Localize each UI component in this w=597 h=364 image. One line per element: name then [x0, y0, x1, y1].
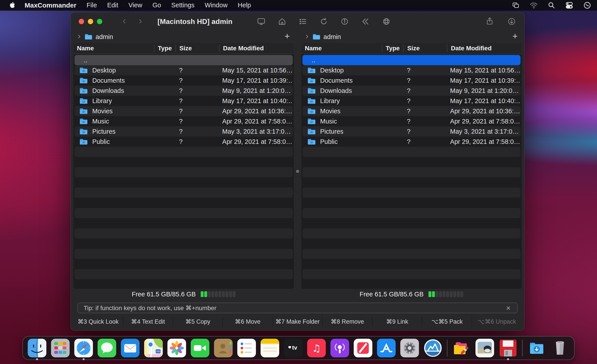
- back-button[interactable]: ‹: [123, 16, 126, 25]
- file-row-public[interactable]: Public?Apr 29, 2021 at 7:58:0…: [302, 137, 521, 147]
- apple-menu-icon[interactable]: [9, 2, 16, 9]
- file-row-desktop[interactable]: Desktop?May 15, 2021 at 10:56…: [302, 65, 521, 75]
- dock-notes-icon[interactable]: [260, 339, 279, 357]
- dock-launchpad-icon[interactable]: [51, 339, 70, 357]
- dock-news-icon[interactable]: [354, 339, 372, 357]
- menu-item-go[interactable]: Go: [147, 1, 166, 9]
- dock-trash-icon[interactable]: [551, 339, 569, 357]
- dock-downloads-folder-icon[interactable]: [527, 339, 546, 357]
- dock-tv-icon[interactable]: tv: [284, 339, 302, 357]
- function-key-4-text-edit[interactable]: ⌘4 Text Edit: [123, 317, 173, 326]
- title-bar[interactable]: ‹ › [Macintosh HD] admin: [71, 12, 524, 31]
- file-row-music[interactable]: Music?Apr 29, 2021 at 7:58:0…: [302, 116, 521, 126]
- column-header-row[interactable]: NameTypeSizeDate Modified: [73, 43, 294, 54]
- pane-splitter[interactable]: [294, 43, 301, 300]
- dock-messages-icon[interactable]: [98, 339, 116, 357]
- empty-row: [75, 198, 293, 208]
- add-tab-button-left[interactable]: +: [283, 32, 291, 42]
- function-key-5-copy[interactable]: ⌘5 Copy: [173, 317, 223, 326]
- file-row-parent-dir[interactable]: ..: [75, 55, 293, 65]
- chevrons-left-icon[interactable]: [361, 17, 370, 26]
- dock-reminders-icon[interactable]: [237, 339, 256, 357]
- control-center-icon[interactable]: [565, 1, 573, 9]
- menu-item-settings[interactable]: Settings: [166, 1, 200, 9]
- tab-chevron-icon[interactable]: ›: [78, 32, 80, 40]
- globe-icon[interactable]: [382, 17, 391, 26]
- dock-safari-icon[interactable]: [74, 339, 93, 357]
- dock-facetime-icon[interactable]: [191, 339, 209, 357]
- dock-finder-icon[interactable]: [28, 339, 46, 357]
- tab-right-admin[interactable]: admin: [323, 33, 341, 41]
- dock-maxcommander-icon[interactable]: [424, 339, 442, 357]
- function-key-7-make-folder[interactable]: ⌘7 Make Folder: [272, 317, 322, 326]
- close-window-button[interactable]: [79, 19, 84, 24]
- file-row-movies[interactable]: Movies?Apr 29, 2021 at 10:36:…: [75, 106, 293, 116]
- file-row-pictures[interactable]: Pictures?May 3, 2021 at 3:17:0…: [75, 126, 293, 137]
- menu-item-help[interactable]: Help: [233, 1, 256, 9]
- dock-floppy-disk-icon[interactable]: [499, 339, 517, 357]
- add-tab-button-right[interactable]: +: [511, 32, 519, 42]
- close-icon[interactable]: ×: [505, 304, 511, 312]
- function-key-6-move[interactable]: ⌘6 Move: [222, 317, 272, 326]
- refresh-icon[interactable]: [319, 17, 328, 26]
- splitter-handle[interactable]: [296, 170, 299, 173]
- column-header-name[interactable]: Name: [73, 45, 154, 52]
- empty-row: [302, 259, 521, 269]
- function-key-3-quick-look[interactable]: ⌘3 Quick Look: [73, 317, 123, 326]
- wifi-icon[interactable]: [530, 1, 538, 9]
- column-header-name[interactable]: Name: [301, 45, 382, 52]
- column-header-size[interactable]: Size: [175, 45, 219, 52]
- dock-maps-icon[interactable]: 280: [144, 339, 163, 357]
- file-row-documents[interactable]: Documents?May 17, 2021 at 10:39:…: [302, 75, 521, 85]
- dock-screenshot-loupe-icon[interactable]: [475, 339, 494, 357]
- function-key-6-unpack[interactable]: ⌥⌘6 Unpack: [472, 317, 522, 326]
- dock-podcasts-icon[interactable]: [330, 339, 349, 357]
- menu-item-maxcommander[interactable]: MaxCommander: [20, 1, 81, 9]
- share-icon[interactable]: [485, 17, 494, 26]
- info-icon[interactable]: [340, 17, 349, 26]
- list-icon[interactable]: [298, 17, 307, 26]
- file-row-desktop[interactable]: Desktop?May 15, 2021 at 10:56…: [75, 65, 293, 75]
- zoom-window-button[interactable]: [97, 19, 102, 24]
- file-row-movies[interactable]: Movies?Apr 29, 2021 at 10:36:…: [302, 106, 521, 116]
- column-header-size[interactable]: Size: [403, 45, 447, 52]
- display-icon[interactable]: [257, 17, 266, 26]
- file-row-pictures[interactable]: Pictures?May 3, 2021 at 3:17:0…: [302, 126, 521, 137]
- minimize-window-button[interactable]: [88, 19, 93, 24]
- file-row-documents[interactable]: Documents?May 17, 2021 at 10:39:…: [75, 75, 293, 85]
- tab-left-admin[interactable]: admin: [95, 33, 113, 41]
- column-header-type[interactable]: Type: [154, 45, 175, 52]
- function-key-5-pack[interactable]: ⌥⌘5 Pack: [422, 317, 472, 326]
- menu-item-edit[interactable]: Edit: [102, 1, 123, 9]
- file-row-music[interactable]: Music?Apr 29, 2021 at 7:58:0…: [75, 116, 293, 126]
- dock-folder-painter-icon[interactable]: [452, 339, 471, 357]
- file-row-parent-dir[interactable]: ..: [302, 55, 521, 65]
- column-header-type[interactable]: Type: [382, 45, 403, 52]
- dock-system-preferences-icon[interactable]: [400, 339, 419, 357]
- home-icon[interactable]: [278, 17, 287, 26]
- download-icon[interactable]: [507, 17, 516, 26]
- tab-chevron-icon[interactable]: ›: [306, 32, 308, 40]
- search-icon[interactable]: [548, 1, 555, 9]
- dock-app-store-icon[interactable]: [377, 339, 396, 357]
- file-row-downloads[interactable]: Downloads?May 9, 2021 at 1:20:0…: [75, 85, 293, 96]
- dock-photos-icon[interactable]: [167, 339, 186, 357]
- dock-contacts-icon[interactable]: [214, 339, 233, 357]
- function-key-8-remove[interactable]: ⌘8 Remove: [322, 317, 372, 326]
- column-header-row[interactable]: NameTypeSizeDate Modified: [301, 43, 522, 54]
- file-row-library[interactable]: Library?May 17, 2021 at 10:40:…: [75, 96, 293, 106]
- column-header-date-modified[interactable]: Date Modified: [219, 45, 294, 52]
- function-key-9-link[interactable]: ⌘9 Link: [372, 317, 422, 326]
- file-row-library[interactable]: Library?May 17, 2021 at 10:40:…: [302, 96, 521, 106]
- menu-item-window[interactable]: Window: [200, 1, 233, 9]
- column-header-date-modified[interactable]: Date Modified: [447, 45, 522, 52]
- file-row-public[interactable]: Public?Apr 29, 2021 at 7:58:0…: [75, 137, 293, 147]
- menu-item-view[interactable]: View: [123, 1, 147, 9]
- file-row-downloads[interactable]: Downloads?May 9, 2021 at 1:20:0…: [302, 85, 521, 96]
- clock-icon[interactable]: [583, 1, 591, 9]
- menu-item-file[interactable]: File: [81, 1, 102, 9]
- forward-button[interactable]: ›: [139, 16, 142, 25]
- dock-mail-icon[interactable]: [121, 339, 140, 357]
- windows-stack-icon[interactable]: [512, 1, 520, 9]
- dock-music-icon[interactable]: ♫: [307, 339, 326, 357]
